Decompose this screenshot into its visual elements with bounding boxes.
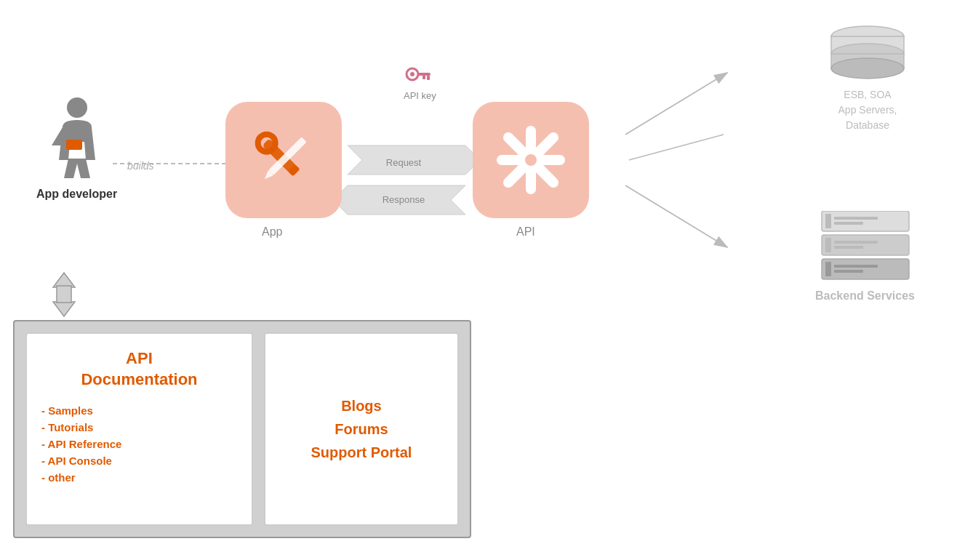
api-key-icon: [405, 65, 434, 87]
svg-rect-25: [417, 73, 431, 76]
svg-point-37: [831, 58, 904, 79]
svg-rect-27: [423, 76, 425, 79]
person-icon: [48, 95, 106, 182]
svg-marker-6: [348, 145, 480, 175]
app-box: [225, 102, 342, 218]
database-icon: [820, 22, 915, 87]
svg-rect-41: [834, 222, 863, 225]
bottom-section: API Documentation - Samples - Tutorials …: [13, 320, 471, 538]
svg-rect-15: [57, 286, 71, 303]
svg-rect-26: [427, 76, 430, 80]
svg-marker-14: [53, 302, 75, 316]
svg-rect-40: [834, 217, 878, 220]
doc-box-items: - Samples - Tutorials - API Reference - …: [41, 404, 237, 484]
svg-rect-44: [834, 241, 878, 244]
diagram-container: Request Response App dev: [0, 0, 973, 560]
svg-line-11: [625, 185, 727, 247]
api-key-area: API key: [404, 65, 436, 101]
app-label: App: [262, 225, 282, 239]
api-cog-icon: [491, 120, 571, 200]
svg-point-32: [524, 153, 538, 167]
svg-line-10: [625, 73, 727, 135]
doc-item-samples: - Samples: [41, 404, 237, 417]
app-developer: App developer: [36, 95, 117, 201]
backend-top: ESB, SOA App Servers, Database: [820, 22, 915, 133]
svg-marker-13: [53, 273, 75, 287]
svg-rect-48: [834, 265, 878, 268]
doc-item-tutorials: - Tutorials: [41, 421, 237, 433]
svg-rect-45: [834, 246, 863, 249]
svg-point-24: [410, 72, 415, 76]
api-label: API: [516, 225, 535, 239]
svg-point-16: [67, 97, 87, 118]
svg-rect-38: [822, 211, 909, 231]
svg-rect-39: [825, 214, 831, 228]
doc-box-title: API Documentation: [41, 348, 237, 390]
svg-rect-42: [822, 235, 909, 255]
backend-bottom: Backend Services: [815, 211, 915, 303]
backend-services-label: Backend Services: [815, 289, 915, 303]
svg-rect-43: [825, 238, 831, 252]
wrench-pencil-icon: [244, 120, 324, 200]
svg-rect-17: [66, 140, 82, 150]
api-key-label: API key: [404, 90, 436, 101]
doc-item-api-console: - API Console: [41, 455, 237, 467]
svg-rect-47: [825, 262, 831, 276]
server-stack-icon: [818, 211, 913, 284]
app-developer-label: App developer: [36, 188, 117, 201]
svg-marker-8: [333, 185, 465, 215]
api-box: [473, 102, 589, 218]
doc-box: API Documentation - Samples - Tutorials …: [25, 332, 253, 526]
svg-line-12: [629, 135, 724, 160]
svg-text:Response: Response: [383, 194, 425, 205]
builds-label: builds: [127, 160, 154, 172]
doc-item-api-reference: - API Reference: [41, 438, 237, 450]
community-box-title: Blogs Forums Support Portal: [311, 394, 412, 464]
doc-item-other: - other: [41, 471, 237, 484]
svg-rect-49: [834, 270, 863, 273]
svg-text:Request: Request: [386, 157, 422, 168]
community-box: Blogs Forums Support Portal: [264, 332, 459, 526]
esb-soa-label: ESB, SOA App Servers, Database: [838, 87, 897, 133]
svg-rect-46: [822, 259, 909, 279]
